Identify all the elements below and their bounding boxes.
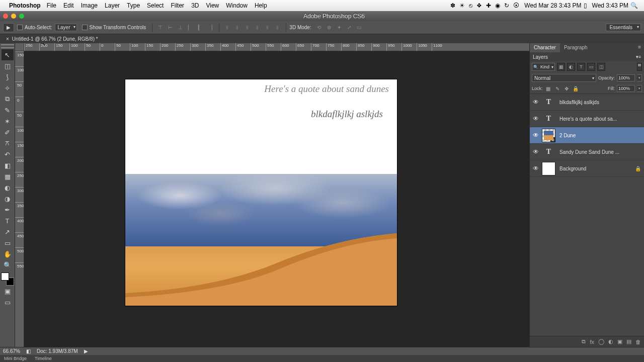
lasso-tool[interactable]: ⟆ bbox=[2, 71, 14, 82]
menu-help[interactable]: Help bbox=[255, 2, 267, 9]
align-right-icon[interactable]: ▕ bbox=[206, 24, 215, 32]
new-group-icon[interactable]: ▣ bbox=[617, 338, 622, 345]
path-selection-tool[interactable]: ↗ bbox=[2, 226, 14, 237]
zoom-icon[interactable] bbox=[19, 14, 24, 19]
tools-grip[interactable] bbox=[1, 44, 14, 48]
menu-3d[interactable]: 3D bbox=[191, 2, 199, 9]
menubar-clock-2[interactable]: Wed 3:43 PM bbox=[592, 2, 628, 9]
menu-edit[interactable]: Edit bbox=[63, 2, 74, 9]
3d-icon[interactable]: ✦ bbox=[335, 24, 344, 32]
filter-pixel-icon[interactable]: ▦ bbox=[557, 63, 565, 71]
battery-icon[interactable]: ▯ bbox=[584, 2, 587, 9]
evernote-icon[interactable]: ◉ bbox=[495, 2, 500, 9]
ruler-horizontal[interactable]: 2502001501005005010015020025030035040045… bbox=[24, 43, 529, 51]
layer-name[interactable]: Here's a quote about sa... bbox=[559, 116, 644, 122]
layer-filter-kind[interactable]: Kind bbox=[532, 63, 555, 71]
lock-all-icon[interactable]: 🔒 bbox=[572, 85, 579, 92]
lock-transparency-icon[interactable]: ▦ bbox=[545, 85, 552, 92]
current-tool-indicator[interactable]: ▶ bbox=[3, 23, 14, 32]
tab-mini-bridge[interactable]: Mini Bridge bbox=[0, 355, 31, 361]
foreground-swatch[interactable] bbox=[1, 273, 9, 281]
layer-thumbnail[interactable]: T bbox=[542, 96, 555, 109]
3d-icon[interactable]: ⤢ bbox=[345, 24, 354, 32]
screen-mode-tool[interactable]: ▭ bbox=[2, 297, 14, 308]
tab-paragraph[interactable]: Paragraph bbox=[560, 43, 592, 52]
align-left-icon[interactable]: ▏ bbox=[186, 24, 195, 32]
layer-row[interactable]: 👁Tblkdaflkjlkj aslkjds bbox=[530, 94, 644, 111]
align-hcenter-icon[interactable]: ▎ bbox=[196, 24, 205, 32]
3d-icon[interactable]: ⟲ bbox=[314, 24, 324, 32]
lock-position-icon[interactable]: ✥ bbox=[563, 85, 570, 92]
workspace-selector[interactable]: Essentials bbox=[606, 24, 641, 31]
lock-pixels-icon[interactable]: ✎ bbox=[554, 85, 561, 92]
panel-menu-icon[interactable]: ▾≡ bbox=[636, 54, 641, 59]
magic-wand-tool[interactable]: ✧ bbox=[2, 82, 14, 94]
delete-layer-icon[interactable]: 🗑 bbox=[635, 339, 641, 345]
healing-brush-tool[interactable]: ✶ bbox=[2, 116, 14, 127]
layer-name[interactable]: blkdaflkjlkj aslkjds bbox=[559, 100, 644, 105]
tab-timeline[interactable]: Timeline bbox=[31, 355, 56, 361]
layer-thumbnail[interactable]: T bbox=[542, 112, 555, 126]
add-mask-icon[interactable]: ◯ bbox=[598, 338, 604, 345]
canvas-text-2[interactable]: blkdaflkjlkj aslkjds bbox=[311, 109, 383, 120]
3d-icon[interactable]: ⊕ bbox=[325, 24, 334, 32]
eraser-tool[interactable]: ◧ bbox=[2, 160, 14, 171]
layer-visibility-icon[interactable]: 👁 bbox=[530, 115, 542, 122]
status-expand-icon[interactable]: ▶ bbox=[84, 348, 88, 354]
filter-adjustment-icon[interactable]: ◐ bbox=[567, 63, 575, 71]
eyedropper-tool[interactable]: ✎ bbox=[2, 105, 14, 116]
spotlight-icon[interactable]: 🔍 bbox=[630, 2, 638, 9]
filter-toggle[interactable] bbox=[637, 63, 642, 71]
menu-layer[interactable]: Layer bbox=[105, 2, 120, 9]
ruler-vertical[interactable]: 1501005005010015020025030035040045050055… bbox=[15, 51, 24, 347]
layer-row[interactable]: 👁Background🔒 bbox=[530, 160, 644, 177]
layer-visibility-icon[interactable]: 👁 bbox=[530, 132, 542, 139]
distribute-icon[interactable]: ⦀ bbox=[253, 24, 262, 32]
canvas-viewport[interactable]: Here's a quote about sand dunes blkdaflk… bbox=[24, 51, 529, 347]
layer-visibility-icon[interactable]: 👁 bbox=[530, 148, 542, 155]
blend-mode-select[interactable]: Normal bbox=[532, 74, 596, 82]
menu-view[interactable]: View bbox=[206, 2, 219, 9]
canvas-placed-image[interactable] bbox=[125, 174, 397, 306]
fill-dropdown-icon[interactable]: ▾ bbox=[637, 85, 642, 92]
blur-tool[interactable]: ◐ bbox=[2, 182, 14, 193]
filter-shape-icon[interactable]: ▭ bbox=[587, 63, 595, 71]
dodge-tool[interactable]: ◑ bbox=[2, 193, 14, 204]
opacity-input[interactable]: 100% bbox=[617, 74, 635, 81]
distribute-icon[interactable]: ⦀ bbox=[243, 24, 252, 32]
layer-row[interactable]: 👁THere's a quote about sa... bbox=[530, 111, 644, 127]
zoom-level[interactable]: 66.67% bbox=[3, 348, 20, 354]
sync-icon[interactable]: ↻ bbox=[504, 2, 509, 9]
shape-tool[interactable]: ▭ bbox=[2, 237, 14, 248]
layer-fx-icon[interactable]: fx bbox=[590, 339, 594, 345]
close-icon[interactable] bbox=[3, 14, 8, 19]
gradient-tool[interactable]: ▦ bbox=[2, 171, 14, 182]
status-icon[interactable]: ☀ bbox=[459, 2, 465, 9]
clone-stamp-tool[interactable]: ⚻ bbox=[2, 138, 14, 149]
layer-name[interactable]: Background bbox=[559, 166, 635, 171]
color-swatches[interactable] bbox=[1, 273, 14, 286]
align-bottom-icon[interactable]: ⊥ bbox=[176, 24, 185, 32]
panel-menu-icon[interactable]: ≡ bbox=[635, 43, 644, 52]
3d-icon[interactable]: ▭ bbox=[355, 24, 364, 32]
layer-visibility-icon[interactable]: 👁 bbox=[530, 99, 542, 106]
fill-input[interactable]: 100% bbox=[617, 85, 635, 92]
menu-select[interactable]: Select bbox=[147, 2, 164, 9]
pen-tool[interactable]: ✒ bbox=[2, 204, 14, 215]
distribute-icon[interactable]: ⦀ bbox=[232, 24, 242, 32]
wifi-icon[interactable]: ⦿ bbox=[513, 2, 519, 9]
status-icon[interactable]: ◧ bbox=[26, 348, 31, 354]
auto-select-checkbox[interactable] bbox=[17, 25, 23, 30]
auto-select-target[interactable]: Layer bbox=[55, 24, 76, 31]
layer-thumbnail[interactable] bbox=[542, 162, 555, 175]
status-icon[interactable]: ✽ bbox=[450, 2, 455, 9]
marquee-tool[interactable]: ◫ bbox=[2, 60, 14, 71]
filter-smart-icon[interactable]: ◫ bbox=[597, 63, 605, 71]
menu-filter[interactable]: Filter bbox=[171, 2, 184, 9]
align-top-icon[interactable]: ⊤ bbox=[155, 24, 165, 32]
close-tab-icon[interactable]: × bbox=[6, 36, 9, 42]
menu-file[interactable]: File bbox=[47, 2, 56, 9]
hand-tool[interactable]: ✋ bbox=[2, 248, 14, 259]
zoom-tool[interactable]: 🔍 bbox=[2, 259, 14, 270]
artboard[interactable]: Here's a quote about sand dunes blkdaflk… bbox=[125, 79, 397, 306]
